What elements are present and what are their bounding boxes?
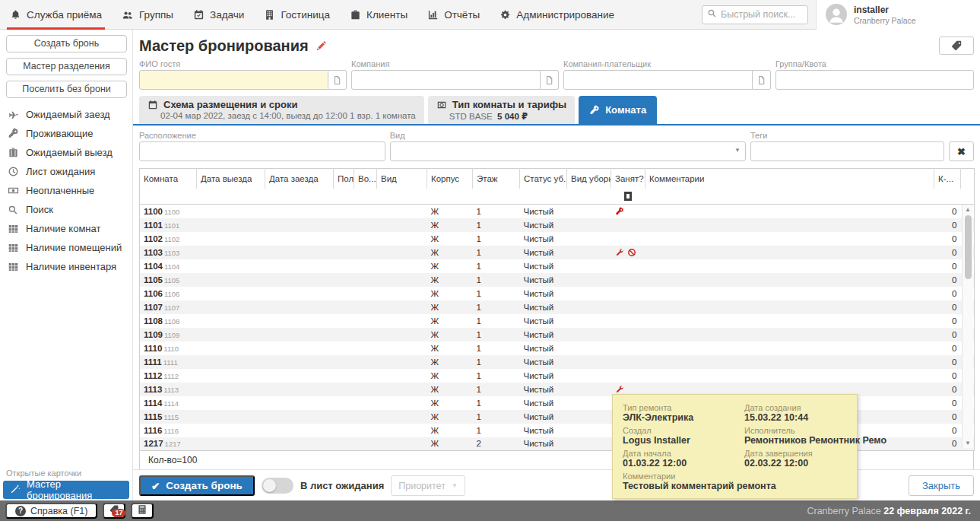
nav-hotel[interactable]: Гостиница bbox=[254, 0, 340, 29]
tab-room[interactable]: Комната bbox=[579, 96, 657, 124]
sidebar-item-inventory-availability[interactable]: Наличие инвентаря bbox=[0, 257, 132, 276]
users-icon bbox=[122, 9, 134, 21]
col-clean-status[interactable]: Статус уб... bbox=[520, 169, 567, 189]
col-arrival-date[interactable]: Дата заезда bbox=[265, 169, 334, 189]
col-view[interactable]: Вид bbox=[377, 169, 427, 189]
tab-room-type-rates[interactable]: Тип комнаты и тарифы STD BASE 5 040 ₽ bbox=[428, 96, 575, 124]
col-floor[interactable]: Этаж bbox=[473, 169, 520, 189]
check-icon: ✔ bbox=[151, 480, 160, 492]
view-select[interactable] bbox=[390, 141, 746, 161]
calculator-button[interactable] bbox=[131, 503, 154, 519]
table-row[interactable]: 11071107 Ж 1 Чистый 0 bbox=[140, 300, 975, 314]
cell-view bbox=[377, 424, 427, 437]
table-row[interactable]: 11081108 Ж 1 Чистый 0 bbox=[140, 314, 975, 328]
cell-count: 0 bbox=[934, 437, 961, 451]
cell-clean-status: Чистый bbox=[520, 396, 567, 410]
col-building[interactable]: Корпус bbox=[427, 169, 473, 189]
create-booking-submit-button[interactable]: ✔ Создать бронь bbox=[139, 475, 255, 496]
table-row[interactable]: 11041104 Ж 1 Чистый 0 bbox=[140, 259, 975, 273]
cell-clean-type bbox=[567, 273, 611, 287]
tags-input[interactable] bbox=[750, 141, 944, 161]
table-row[interactable]: 11111111 Ж 1 Чистый 0 bbox=[140, 355, 975, 369]
cell-age bbox=[354, 342, 377, 355]
checkin-without-booking-button[interactable]: Поселить без брони bbox=[6, 81, 127, 98]
user-chip[interactable]: installer Cranberry Palace bbox=[816, 0, 980, 30]
col-comments[interactable]: Комментарии bbox=[645, 169, 934, 189]
payer-company-input[interactable] bbox=[563, 70, 753, 90]
open-card-booking-wizard[interactable]: Мастер бронирования bbox=[3, 481, 129, 499]
sidebar-item-label: Проживающие bbox=[26, 128, 94, 139]
sidebar-item-waiting-list[interactable]: Лист ожидания bbox=[0, 162, 132, 181]
cell-floor: 1 bbox=[473, 410, 520, 424]
nav-groups[interactable]: Группы bbox=[112, 0, 183, 29]
cell-count: 0 bbox=[934, 232, 961, 246]
nav-tasks[interactable]: Задачи bbox=[183, 0, 254, 29]
search-input[interactable] bbox=[721, 9, 803, 20]
help-button[interactable]: ? Справка (F1) bbox=[5, 503, 97, 519]
scroll-thumb[interactable] bbox=[965, 215, 972, 279]
group-quota-input[interactable] bbox=[775, 70, 974, 90]
cell-floor: 1 bbox=[473, 396, 520, 410]
col-room[interactable]: Комната bbox=[140, 169, 197, 189]
table-row[interactable]: 11011101 Ж 1 Чистый 0 bbox=[140, 218, 975, 232]
scroll-down-icon[interactable]: ▼ bbox=[965, 440, 971, 446]
table-row[interactable]: 11021102 Ж 1 Чистый 0 bbox=[140, 232, 975, 246]
notifications-button[interactable]: 17 bbox=[103, 503, 125, 519]
payer-card-icon-button[interactable] bbox=[753, 70, 771, 90]
col-busy[interactable]: Занят? bbox=[611, 169, 645, 189]
guest-name-input[interactable] bbox=[139, 70, 328, 90]
table-row[interactable]: 11121112 Ж 1 Чистый 0 bbox=[140, 369, 975, 383]
sidebar-item-space-availability[interactable]: Наличие помещений bbox=[0, 238, 132, 257]
split-wizard-button[interactable]: Мастер разделения bbox=[6, 58, 127, 75]
field-label: ФИО гостя bbox=[139, 59, 347, 68]
clear-filters-button[interactable]: ✖ bbox=[949, 141, 974, 161]
company-card-icon-button[interactable] bbox=[541, 70, 559, 90]
sidebar-item-search[interactable]: Поиск bbox=[0, 200, 132, 219]
table-row[interactable]: 11051105 Ж 1 Чистый 0 bbox=[140, 273, 975, 287]
company-input[interactable] bbox=[351, 70, 541, 90]
nav-administration[interactable]: Администрирование bbox=[490, 0, 624, 29]
col-gender[interactable]: Пол bbox=[334, 169, 354, 189]
col-count[interactable]: К-... bbox=[934, 169, 961, 189]
quick-search[interactable] bbox=[702, 5, 808, 24]
table-row[interactable]: 11001100 Ж 1 Чистый 0 bbox=[140, 205, 975, 218]
table-row[interactable]: 11061106 Ж 1 Чистый 0 bbox=[140, 287, 975, 300]
nav-reports[interactable]: Отчёты bbox=[417, 0, 490, 29]
sidebar-item-in-house[interactable]: Проживающие bbox=[0, 124, 132, 143]
nav-front-office[interactable]: Служба приёма bbox=[0, 0, 112, 29]
sidebar-item-unpaid[interactable]: Неоплаченные bbox=[0, 181, 132, 200]
table-row[interactable]: 11031103 Ж 1 Чистый 0 bbox=[140, 246, 975, 259]
cell-count: 0 bbox=[934, 369, 961, 383]
priority-select[interactable]: Приоритет ▼ bbox=[391, 475, 465, 496]
cell-count: 0 bbox=[934, 273, 961, 287]
edit-title-icon[interactable] bbox=[316, 40, 327, 52]
scroll-up-icon[interactable]: ▲ bbox=[965, 206, 971, 213]
cell-clean-type bbox=[567, 259, 611, 273]
cell-arrival-date bbox=[265, 328, 334, 342]
vertical-scrollbar[interactable]: ▲ ▼ bbox=[962, 205, 973, 448]
sidebar-item-expected-arrival[interactable]: Ожидаемый заезд bbox=[0, 105, 132, 124]
cell-floor: 1 bbox=[473, 342, 520, 355]
location-input[interactable] bbox=[139, 141, 385, 161]
table-row[interactable]: 11091109 Ж 1 Чистый 0 bbox=[140, 328, 975, 342]
col-age[interactable]: Во... bbox=[354, 169, 377, 189]
cell-view bbox=[377, 369, 427, 383]
table-row[interactable]: 11101110 Ж 1 Чистый 0 bbox=[140, 342, 975, 355]
guest-card-icon-button[interactable] bbox=[328, 70, 347, 90]
cell-clean-status: Чистый bbox=[520, 424, 567, 437]
create-booking-button[interactable]: Создать бронь bbox=[6, 35, 127, 52]
tags-button[interactable] bbox=[939, 37, 974, 55]
tab-scheme-and-dates[interactable]: Схема размещения и сроки 02-04 мар 2022,… bbox=[139, 96, 424, 124]
col-departure-date[interactable]: Дата выезда bbox=[197, 169, 265, 189]
col-clean-type[interactable]: Вид уборки bbox=[567, 169, 611, 189]
waitlist-toggle[interactable] bbox=[262, 478, 293, 494]
cell-building: Ж bbox=[427, 437, 473, 451]
busy-filter-checkbox[interactable] bbox=[624, 192, 632, 201]
field-label: Компания bbox=[351, 59, 559, 68]
sidebar-item-room-availability[interactable]: Наличие комнат bbox=[0, 219, 132, 238]
cell-arrival-date bbox=[265, 369, 334, 383]
sidebar-item-expected-departure[interactable]: Ожидаемый выезд bbox=[0, 143, 132, 162]
booking-form-row: ФИО гостя Компания Компания-плательщик bbox=[133, 56, 980, 96]
nav-clients[interactable]: Клиенты bbox=[340, 0, 417, 29]
close-button[interactable]: Закрыть bbox=[909, 475, 974, 496]
